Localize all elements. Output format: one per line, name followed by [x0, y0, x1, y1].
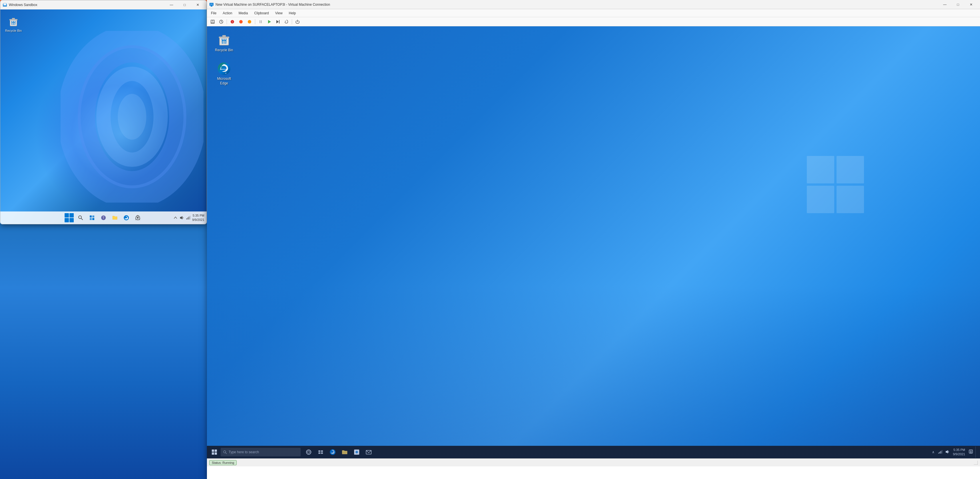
- vm-taskbar-clock[interactable]: 5:35 PM 9/9/2021: [952, 448, 966, 457]
- vm-recycle-bin-icon[interactable]: Recycle Bin: [213, 32, 235, 54]
- vm-statusbar: Status: Running: [207, 458, 980, 466]
- svg-text:T: T: [103, 216, 104, 219]
- svg-point-52: [223, 451, 226, 453]
- svg-point-3: [69, 37, 195, 197]
- svg-rect-26: [210, 3, 213, 5]
- minimize-button[interactable]: —: [165, 0, 178, 10]
- svg-marker-39: [268, 20, 271, 24]
- vm-statusbar-resize-icon: [974, 461, 978, 465]
- vm-mail-taskbar-button[interactable]: [363, 446, 374, 458]
- svg-point-55: [307, 451, 310, 453]
- svg-rect-9: [12, 18, 15, 19]
- recycle-bin-label: Recycle Bin: [5, 29, 22, 33]
- vm-files-taskbar-button[interactable]: [339, 446, 350, 458]
- shutdown-button[interactable]: [294, 18, 302, 25]
- titlebar-buttons: — □ ✕: [165, 0, 204, 10]
- svg-rect-13: [92, 216, 94, 217]
- save-toolbar-button[interactable]: [208, 18, 216, 25]
- svg-rect-48: [212, 450, 214, 452]
- vm-title: New Virtual Machine on SURFACELAPTOP3I -…: [215, 3, 938, 6]
- vm-edge-label: Microsoft Edge: [214, 77, 234, 86]
- taskbar-clock[interactable]: 5:35 PM 9/9/2021: [192, 214, 204, 222]
- ctrl-alt-del-button[interactable]: !: [228, 18, 236, 25]
- svg-rect-66: [938, 453, 939, 453]
- chevron-up-icon[interactable]: [173, 216, 178, 220]
- vm-edge-icon[interactable]: e Microsoft Edge: [213, 61, 235, 87]
- svg-rect-67: [939, 452, 940, 453]
- status-indicator-1: [237, 18, 245, 25]
- menu-help[interactable]: Help: [286, 10, 299, 16]
- vm-network-icon[interactable]: [937, 450, 943, 455]
- close-button[interactable]: ✕: [191, 0, 204, 10]
- vm-systray-icons: ∧: [931, 450, 951, 455]
- checkpoint-toolbar-button[interactable]: [217, 18, 225, 25]
- svg-point-54: [306, 450, 311, 454]
- menu-clipboard[interactable]: Clipboard: [251, 10, 272, 16]
- vm-search-box[interactable]: Type here to search: [221, 448, 301, 457]
- taskbar-right: 5:35 PM 9/9/2021: [173, 214, 204, 222]
- svg-text:⊕: ⊕: [355, 450, 358, 454]
- vm-show-desktop-button[interactable]: [975, 446, 978, 458]
- svg-rect-24: [190, 216, 190, 219]
- svg-rect-41: [279, 20, 280, 24]
- menu-action[interactable]: Action: [220, 10, 235, 16]
- menu-media[interactable]: Media: [236, 10, 251, 16]
- pause-button[interactable]: [257, 18, 265, 25]
- vm-desktop[interactable]: Recycle Bin: [207, 26, 980, 458]
- play-button[interactable]: [265, 18, 273, 25]
- vm-taskview-button[interactable]: [315, 446, 326, 458]
- search-taskbar-button[interactable]: [75, 212, 86, 223]
- maximize-button[interactable]: □: [178, 0, 191, 10]
- vm-close-button[interactable]: ✕: [964, 0, 978, 9]
- widgets-button[interactable]: [87, 212, 97, 223]
- svg-point-36: [248, 20, 251, 24]
- svg-rect-59: [321, 452, 323, 454]
- svg-rect-2: [4, 3, 6, 5]
- vm-app-icon: [209, 2, 214, 7]
- vm-content: Recycle Bin: [207, 26, 980, 479]
- svg-line-53: [226, 453, 227, 454]
- vm-start-button[interactable]: [208, 446, 221, 458]
- taskbar-center: T: [64, 212, 143, 223]
- volume-icon[interactable]: [180, 216, 184, 220]
- vm-menubar: File Action Media Clipboard View Help: [207, 9, 980, 17]
- vm-recycle-bin-image: [217, 33, 231, 47]
- svg-marker-20: [180, 216, 182, 219]
- svg-rect-14: [90, 218, 92, 220]
- vm-time-value: 5:35 PM: [953, 448, 965, 452]
- vm-action-center-button[interactable]: [967, 449, 974, 455]
- vm-minimize-button[interactable]: —: [938, 0, 951, 9]
- svg-line-11: [81, 218, 83, 220]
- vm-volume-icon[interactable]: [944, 450, 951, 455]
- edge-taskbar-button[interactable]: [121, 212, 132, 223]
- settings-button[interactable]: [133, 212, 143, 223]
- start-button[interactable]: [64, 212, 74, 223]
- network-icon[interactable]: [186, 216, 190, 220]
- chat-button[interactable]: T: [98, 212, 108, 223]
- svg-text:e: e: [225, 72, 227, 74]
- svg-rect-22: [188, 217, 188, 219]
- svg-rect-49: [215, 450, 217, 452]
- svg-rect-30: [212, 20, 213, 21]
- taskbar-date-value: 9/9/2021: [192, 218, 204, 222]
- recycle-bin-icon[interactable]: Recycle Bin: [3, 15, 24, 34]
- reset-button[interactable]: [282, 18, 290, 25]
- sandbox-app-icon: [3, 3, 7, 7]
- menu-view[interactable]: View: [272, 10, 285, 16]
- vm-systray-expand[interactable]: ∧: [931, 450, 936, 454]
- svg-rect-65: [366, 450, 371, 454]
- vm-store-taskbar-button[interactable]: ⊕: [351, 446, 363, 458]
- sandbox-window: Windows Sandbox — □ ✕: [0, 0, 207, 224]
- step-button[interactable]: [274, 18, 282, 25]
- svg-rect-44: [219, 37, 229, 38]
- vm-edge-taskbar-button[interactable]: [327, 446, 338, 458]
- svg-text:!: !: [232, 21, 233, 23]
- vm-search-icon: [223, 450, 227, 454]
- toolbar-separator-3: [292, 19, 292, 24]
- vm-maximize-button[interactable]: □: [951, 0, 964, 9]
- svg-rect-58: [318, 452, 320, 454]
- svg-rect-72: [970, 451, 972, 451]
- files-button[interactable]: [110, 212, 120, 223]
- vm-cortana-button[interactable]: [303, 446, 314, 458]
- menu-file[interactable]: File: [208, 10, 219, 16]
